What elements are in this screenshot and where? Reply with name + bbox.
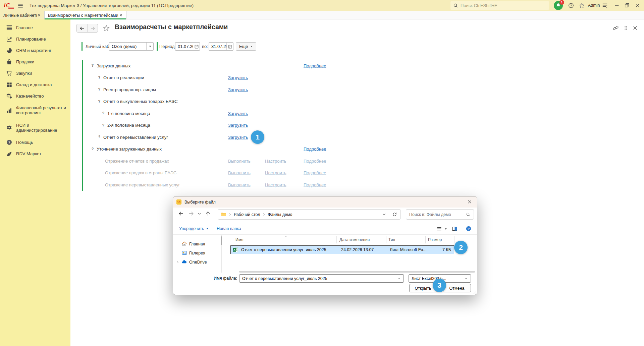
notifications-button[interactable]: 1 [554,1,563,10]
column-separator[interactable] [336,236,337,243]
close-icon[interactable] [635,2,641,8]
svg-text:X: X [233,248,235,251]
nav-up-icon[interactable] [205,210,211,217]
nav-indent [176,242,179,246]
global-search-input[interactable]: Поиск Ctrl+Shift+F [450,1,549,10]
help-icon[interactable]: ? [466,226,472,232]
minimize-icon[interactable] [614,2,620,8]
file-row-selected[interactable]: XОтчет о перевыставлении услуг_июль 2025… [230,245,454,254]
sidebar-item-treasury[interactable]: Казначейство [0,90,70,102]
period-from-calendar-button[interactable] [193,43,200,50]
cancel-button[interactable]: Отмена [443,284,471,292]
period-to-label: по: [202,42,208,51]
sidebar-item-purchases[interactable]: Закупки [0,67,70,79]
sidebar-item-crm-marketing[interactable]: CRM и маркетинг [0,45,70,56]
preview-pane-icon[interactable] [452,226,458,232]
column-header-2[interactable]: Дата изменения [339,237,370,242]
sidebar-item-financial-result[interactable]: Финансовый результат и контроллинг [0,102,70,119]
forward-button[interactable] [87,24,98,32]
column-header-4[interactable]: Размер [428,237,442,242]
column-separator[interactable] [386,236,386,243]
close-form-icon[interactable] [632,25,638,31]
sidebar-item-nsi-administration[interactable]: НСИ и администрирование [0,119,70,136]
cabinet-select[interactable]: Ozon (демо) [109,42,154,51]
tab-1[interactable]: Личные кабинеты [0,11,45,19]
question-icon: ? [101,122,106,128]
view-mode-dropdown-icon[interactable] [444,227,447,231]
sidebar-item-sales[interactable]: Продажи [0,56,70,67]
refresh-icon[interactable] [392,212,397,217]
more-actions-button[interactable]: Еще [236,42,256,51]
details-link[interactable]: Подробнее [304,63,326,68]
question-icon: ? [97,99,102,104]
dialog-nav-gallery[interactable]: Галерея [173,248,221,257]
resize-grip-icon[interactable] [472,289,476,294]
breadcrumb-item[interactable]: Файлы демо [267,212,293,217]
user-name[interactable]: Admin [588,0,600,11]
address-bar[interactable]: Рабочий столФайлы демо [218,209,401,220]
sidebar-item-warehouse-delivery[interactable]: Склад и доставка [0,79,70,90]
excel-file-icon: X [232,247,238,253]
sidebar-item-help[interactable]: ?Помощь [0,136,70,148]
dialog-nav-home[interactable]: Главная [173,239,221,248]
tree-item-label: 2-я половина месяца [107,123,150,128]
nav-back-icon[interactable] [178,210,184,217]
view-mode-icon[interactable] [436,226,442,232]
dialog-search-input[interactable]: Поиск в: Файлы демо [406,209,474,220]
organize-label: Упорядочить [179,226,204,231]
period-from-input[interactable]: 01.07.2025 [175,42,200,51]
restore-icon[interactable] [624,2,630,8]
sidebar-item-planning[interactable]: Планирование [0,33,70,45]
hamburger-menu-icon[interactable] [17,3,23,9]
more-menu-icon[interactable] [623,25,629,31]
dropdown-icon [250,45,253,48]
column-separator[interactable] [454,236,454,243]
user-menu-icon[interactable] [602,2,608,9]
details-link[interactable]: Подробнее [304,147,326,152]
sidebar-item-label: НСИ и администрирование [16,123,67,133]
action-link[interactable]: Загрузить [228,75,248,80]
column-header-1[interactable]: Имя [235,237,243,242]
horizontal-scrollbar[interactable] [239,271,475,273]
dialog-title-bar[interactable]: 1С Выберите файл [173,196,477,208]
action-link[interactable]: Загрузить [228,123,248,128]
sort-up-icon [284,235,288,238]
tab-2-active[interactable]: Взаиморасчеты с маркетплейсами [45,11,126,19]
dropdown-icon[interactable] [397,277,401,281]
sidebar-item-rdv-market[interactable]: RDV Маркет [0,148,70,159]
tab-close-icon[interactable] [37,13,41,17]
sidebar-item-main[interactable]: Главное [0,22,70,33]
column-separator[interactable] [425,236,426,243]
column-header-3[interactable]: Тип [388,237,395,242]
period-to-input[interactable]: 31.07.2025 [209,42,233,51]
organize-button[interactable]: Упорядочить [179,223,209,235]
favorite-star-icon[interactable] [103,24,110,32]
back-button[interactable] [77,24,87,32]
sidebar-item-label: RDV Маркет [16,151,67,156]
nav-forward-icon[interactable] [188,210,195,217]
recent-locations-icon[interactable] [197,212,202,216]
tab-close-icon[interactable] [119,13,123,17]
svg-text:?: ? [102,123,105,127]
new-folder-button[interactable]: Новая папка [217,223,241,235]
history-icon[interactable] [568,2,574,9]
cabinet-dropdown-button[interactable] [146,43,153,50]
favorites-star-icon[interactable] [579,2,585,9]
period-from-value: 01.07.2025 [175,44,193,49]
dialog-close-icon[interactable] [467,199,472,205]
action-link[interactable]: Загрузить [228,87,248,92]
dialog-nav-onedrive[interactable]: OneDrive [173,257,221,267]
dropdown-icon[interactable] [464,277,468,281]
action-link[interactable]: Загрузить [228,111,248,116]
breadcrumb-item[interactable]: Рабочий стол [233,212,261,217]
tree-row: ?1-я половина месяцаЗагрузить [83,107,347,119]
get-link-icon[interactable] [612,25,619,31]
period-to-calendar-button[interactable] [226,43,233,50]
file-size: 7 КБ [442,247,451,252]
crumb-chev-icon[interactable] [176,261,179,264]
file-name-combobox[interactable]: Отчет о перевыставлении услуг_июль 2025 [239,274,404,283]
nav-item-label: Главная [189,242,205,246]
search-icon [453,3,458,8]
address-dropdown-icon[interactable] [382,212,386,217]
action-link[interactable]: Загрузить [228,134,248,139]
